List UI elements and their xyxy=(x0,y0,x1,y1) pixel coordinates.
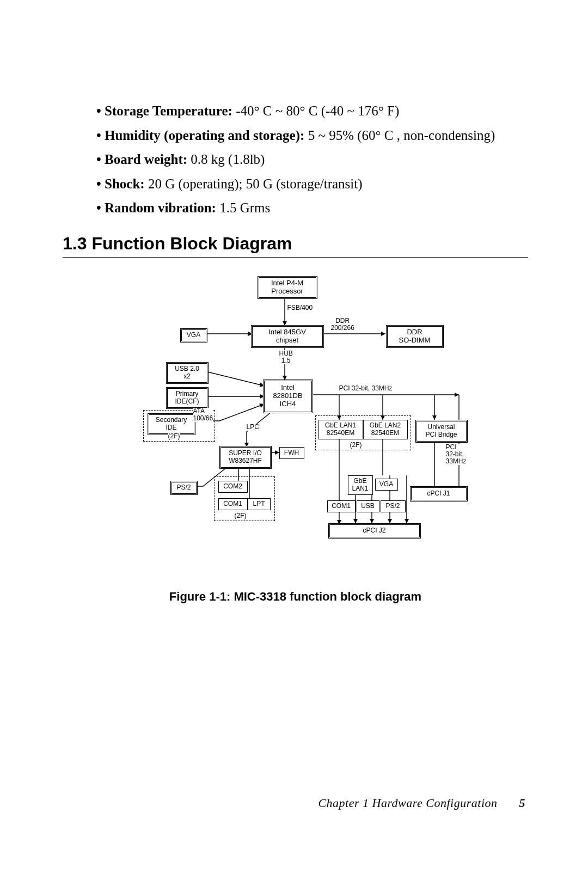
block-usb-low: USB xyxy=(357,500,379,512)
spec-item: • Random vibration: 1.5 Grms xyxy=(106,198,528,218)
block-ddr-sodimm: DDR SO-DIMM xyxy=(386,325,444,348)
spec-item: • Storage Temperature: -40° C ~ 80° C (-… xyxy=(106,101,528,121)
page-footer: Chapter 1 Hardware Configuration5 xyxy=(318,796,525,810)
function-block-diagram: Intel P4-M Processor FSB/400 Intel 845GV… xyxy=(121,274,470,562)
block-ich4: Intel 82801DB ICH4 xyxy=(263,380,313,413)
block-com2: COM2 xyxy=(218,481,248,493)
spec-list: • Storage Temperature: -40° C ~ 80° C (-… xyxy=(84,101,528,218)
svg-line-4 xyxy=(203,371,263,386)
block-cpci-j1: cPCI J1 xyxy=(410,486,468,501)
block-cpci-j2: cPCI J2 xyxy=(328,523,421,539)
label-hub: HUB 1.5 xyxy=(279,350,293,364)
block-gbe-lan1: GbE LAN1 82540EM xyxy=(318,420,363,439)
label-pci-bus: PCI 32-bit, 33MHz xyxy=(339,385,393,392)
block-universal-pci-bridge: Universal PCI Bridge xyxy=(415,420,468,443)
label-ddr: DDR 200/266 xyxy=(331,317,354,332)
block-primary-ide: Primary IDE(CF) xyxy=(166,387,209,409)
section-rule xyxy=(63,257,528,258)
block-gbe-lan2: GbE LAN2 82540EM xyxy=(363,420,408,439)
block-com1-low: COM1 xyxy=(327,500,356,512)
label-lan-2f: (2F) xyxy=(350,442,362,449)
label-ata: ATA 100/66 xyxy=(193,408,213,422)
block-lpt: LPT xyxy=(248,498,271,510)
label-sec-2f: (2F) xyxy=(168,433,180,440)
block-ps2-low: PS/2 xyxy=(381,500,406,512)
spec-item: • Humidity (operating and storage): 5 ~ … xyxy=(106,125,528,146)
label-fsb: FSB/400 xyxy=(287,304,313,311)
block-vga-low: VGA xyxy=(375,479,398,491)
block-ps2-left: PS/2 xyxy=(170,481,198,495)
block-845gv: Intel 845GV chipset xyxy=(251,325,324,348)
block-secondary-ide: Secondary IDE xyxy=(148,413,195,435)
block-com1-left: COM1 xyxy=(218,498,248,510)
figure-caption: Figure 1-1: MIC-3318 function block diag… xyxy=(63,590,528,604)
spec-item: • Shock: 20 G (operating); 50 G (storage… xyxy=(106,174,528,194)
block-gbe-lan1-small: GbE LAN1 xyxy=(348,475,373,495)
block-usb20: USB 2.0 x2 xyxy=(166,362,209,384)
block-vga: VGA xyxy=(180,328,207,342)
section-heading: 1.3 Function Block Diagram xyxy=(63,234,528,254)
block-superio: SUPER I/O W83627HF xyxy=(219,446,272,469)
label-io-2f: (2F) xyxy=(235,512,247,519)
label-pci-side: PCI 32-bit, 33MHz xyxy=(446,444,467,466)
spec-item: • Board weight: 0.8 kg (1.8lb) xyxy=(106,149,528,170)
label-lpc: LPC xyxy=(247,424,259,431)
block-cpu: Intel P4-M Processor xyxy=(258,276,317,299)
block-fwh: FWH xyxy=(279,447,304,459)
